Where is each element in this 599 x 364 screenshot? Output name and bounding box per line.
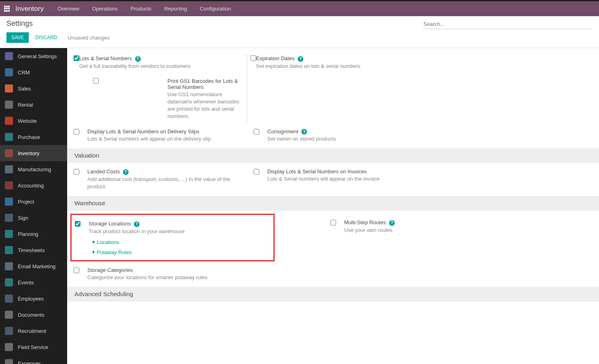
main-navbar: Inventory Overview Operations Products R…	[0, 1, 599, 16]
section-valuation-header: Valuation	[67, 148, 599, 163]
sidebar-item-label: CRM	[18, 69, 30, 76]
sidebar-item-events[interactable]: Events	[0, 274, 67, 290]
sidebar-item-label: Manufacturing	[18, 166, 51, 173]
sidebar-item-purchase[interactable]: Purchase	[0, 129, 67, 145]
sidebar-item-manufacturing[interactable]: Manufacturing	[0, 161, 67, 177]
module-icon	[5, 165, 13, 173]
storage-desc: Track product location in your warehouse	[89, 228, 270, 235]
apps-icon[interactable]	[4, 6, 11, 12]
sidebar-item-rental[interactable]: Rental	[0, 97, 67, 113]
sidebar-item-planning[interactable]: Planning	[0, 226, 67, 242]
help-icon[interactable]: ?	[389, 220, 395, 226]
sidebar-item-label: General Settings	[18, 53, 57, 59]
expiration-title: Expiration Dates	[256, 55, 294, 61]
module-icon	[5, 327, 13, 335]
search-input[interactable]	[423, 19, 593, 29]
menu-operations[interactable]: Operations	[87, 1, 124, 16]
sidebar-item-employees[interactable]: Employees	[0, 290, 67, 307]
checkbox-consignment[interactable]	[254, 129, 259, 135]
sidebar-item-inventory[interactable]: Inventory	[0, 145, 67, 161]
sidebar-item-label: Timesheets	[18, 247, 45, 253]
highlight-storage-locations: Storage Locations ? Track product locati…	[70, 214, 275, 261]
consignment-title: Consignment	[267, 128, 298, 135]
module-icon	[5, 198, 13, 206]
categories-desc: Categorize your locations for smarter pu…	[87, 274, 247, 281]
action-bar: Save Discard Unsaved changes	[0, 31, 599, 48]
module-icon	[5, 52, 13, 60]
landed-title: Landed Costs	[87, 168, 120, 175]
top-menu: Overview Operations Products Reporting C…	[52, 1, 237, 16]
sidebar-item-sales[interactable]: Sales	[0, 80, 67, 97]
lots-desc: Get a full traceability from vendors to …	[79, 63, 190, 70]
module-icon	[5, 295, 13, 303]
sidebar-item-email-marketing[interactable]: Email Marketing	[0, 258, 67, 274]
section-advanced-header: Advanced Scheduling	[67, 287, 599, 301]
module-icon	[5, 101, 13, 109]
sidebar-item-documents[interactable]: Documents	[0, 307, 67, 323]
module-icon	[5, 246, 13, 254]
module-icon	[5, 230, 13, 238]
checkbox-expiration[interactable]	[250, 55, 256, 61]
checkbox-display-delivery[interactable]	[74, 129, 79, 135]
sidebar-item-crm[interactable]: CRM	[0, 64, 67, 80]
display-invoice-desc: Lots & Serial numbers will appear on the…	[267, 175, 427, 183]
multistep-desc: Use your own routes	[344, 227, 504, 234]
menu-overview[interactable]: Overview	[52, 1, 85, 16]
module-icon	[5, 278, 13, 286]
checkbox-gs1[interactable]	[93, 78, 99, 84]
link-locations[interactable]: Locations	[89, 239, 270, 245]
gs1-title: Print GS1 Barcodes for Lots & Serial Num…	[167, 78, 244, 90]
expiration-desc: Set expiration dates on lots & serial nu…	[256, 63, 360, 70]
checkbox-landed[interactable]	[74, 169, 79, 175]
settings-content: Lots & Serial Numbers ? Get a full trace…	[67, 48, 599, 364]
sidebar-item-expenses[interactable]: Expenses	[0, 355, 67, 364]
sidebar-item-recruitment[interactable]: Recruitment	[0, 323, 67, 339]
link-putaway-rules[interactable]: Putaway Rules	[89, 249, 270, 255]
sidebar-item-label: Employees	[18, 296, 44, 302]
consignment-desc: Set owner on stored products	[267, 135, 427, 143]
sidebar-item-timesheets[interactable]: Timesheets	[0, 242, 67, 258]
settings-sidebar: General SettingsCRMSalesRentalWebsitePur…	[0, 48, 67, 364]
sidebar-item-accounting[interactable]: Accounting	[0, 177, 67, 194]
checkbox-display-invoice[interactable]	[254, 169, 259, 175]
arrow-right-icon	[93, 250, 95, 254]
help-icon[interactable]: ?	[301, 129, 307, 135]
sidebar-item-project[interactable]: Project	[0, 194, 67, 210]
sidebar-item-field-service[interactable]: Field Service	[0, 339, 67, 355]
menu-configuration[interactable]: Configuration	[194, 1, 237, 16]
sidebar-item-sign[interactable]: Sign	[0, 210, 67, 226]
module-icon	[5, 262, 13, 270]
display-delivery-desc: Lots & Serial numbers will appear on the…	[87, 135, 247, 143]
checkbox-storage-categories[interactable]	[74, 267, 79, 273]
module-icon	[5, 84, 13, 93]
categories-title: Storage Categories	[87, 267, 247, 273]
checkbox-storage-locations[interactable]	[75, 221, 80, 227]
help-icon[interactable]: ?	[298, 56, 303, 62]
display-invoice-title: Display Lots & Serial Numbers on Invoice…	[267, 168, 427, 175]
page-title: Settings	[6, 19, 33, 28]
display-delivery-title: Display Lots & Serial Numbers on Deliver…	[87, 128, 247, 135]
lots-title: Lots & Serial Numbers	[79, 55, 132, 61]
sidebar-item-general-settings[interactable]: General Settings	[0, 48, 67, 64]
storage-title: Storage Locations	[89, 221, 131, 227]
sidebar-item-label: Sales	[18, 86, 31, 92]
help-icon[interactable]: ?	[135, 56, 141, 62]
sidebar-item-label: Planning	[18, 231, 38, 237]
multistep-title: Multi-Step Routes	[344, 219, 386, 225]
arrow-right-icon	[93, 240, 95, 244]
sidebar-item-label: Recruitment	[18, 328, 46, 334]
save-button[interactable]: Save	[6, 32, 29, 43]
sidebar-item-label: Expenses	[18, 360, 41, 364]
help-icon[interactable]: ?	[134, 221, 140, 227]
sidebar-item-website[interactable]: Website	[0, 113, 67, 129]
landed-desc: Add additional cost (transport, customs,…	[87, 176, 247, 190]
unsaved-status: Unsaved changes	[68, 35, 110, 41]
checkbox-multistep[interactable]	[330, 220, 336, 225]
help-icon[interactable]: ?	[123, 169, 129, 175]
discard-button[interactable]: Discard	[30, 32, 62, 43]
checkbox-lots[interactable]	[74, 55, 79, 61]
menu-reporting[interactable]: Reporting	[159, 1, 193, 16]
control-bar: Settings	[0, 16, 599, 31]
menu-products[interactable]: Products	[125, 1, 157, 16]
app-brand[interactable]: Inventory	[15, 5, 44, 13]
